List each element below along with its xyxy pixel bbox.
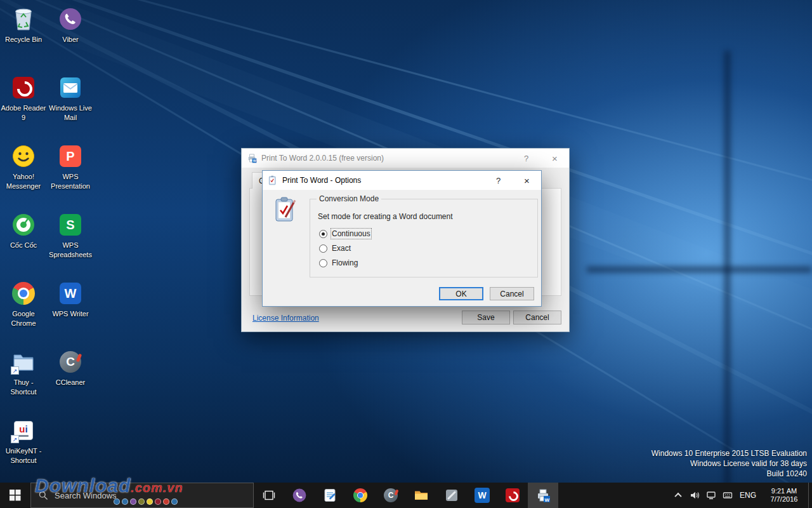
- print-to-word-icon: W: [535, 488, 551, 503]
- close-button[interactable]: ×: [513, 171, 541, 190]
- desktop-icon-label: WPS Spreadsheets: [48, 241, 93, 259]
- clipboard-pen-icon: [274, 196, 297, 225]
- word-icon: W: [475, 488, 490, 503]
- close-button[interactable]: ×: [540, 149, 569, 168]
- radio-label: Continuous: [332, 229, 370, 238]
- desktop-icon-label: CCleaner: [56, 378, 85, 387]
- desktop-icon-label: UniKeyNT - Shortcut: [1, 446, 46, 465]
- wps-presentation-icon: P: [58, 144, 83, 169]
- cancel-button[interactable]: Cancel: [490, 287, 534, 300]
- notepad-icon: [322, 488, 337, 503]
- taskbar-app-viber[interactable]: [284, 483, 315, 508]
- network-icon: [706, 490, 716, 500]
- folder-icon: ↗: [11, 349, 36, 375]
- taskbar-app-notepad[interactable]: [315, 483, 345, 508]
- touch-keyboard-button[interactable]: [719, 483, 736, 508]
- watermark-dot: [130, 498, 136, 505]
- adobe-reader-icon: [506, 488, 520, 502]
- desktop-icon-adobe-reader[interactable]: Adobe Reader 9: [0, 72, 47, 141]
- radio-flowing[interactable]: Flowing: [319, 258, 358, 268]
- desktop-icon-google-chrome[interactable]: Google Chrome: [0, 278, 47, 347]
- ccleaner-icon: C: [58, 349, 83, 375]
- radio-button-icon: [319, 244, 327, 253]
- desktop-icon-ccleaner[interactable]: C CCleaner: [47, 347, 94, 415]
- window-titlebar[interactable]: W Print To Word 2.0.0.15 (free version) …: [242, 149, 569, 168]
- help-button[interactable]: ?: [484, 171, 513, 190]
- system-tray: ENG 9:21 AM 7/7/2016: [670, 483, 812, 508]
- desktop-icons: Recycle Bin Adobe Reader 9 Yahoo! Messen…: [0, 4, 94, 484]
- show-hidden-icons-button[interactable]: [670, 483, 686, 508]
- taskbar-app-word[interactable]: W: [467, 483, 497, 508]
- desktop-icon-label: Google Chrome: [1, 309, 46, 328]
- taskbar-app-ccleaner[interactable]: C: [376, 483, 406, 508]
- ok-button[interactable]: OK: [439, 287, 483, 300]
- radio-button-icon: [319, 259, 327, 267]
- watermark-dot: [163, 498, 169, 505]
- desktop-icon-windows-live-mail[interactable]: Windows Live Mail: [47, 72, 94, 141]
- desktop-icon-recycle-bin[interactable]: Recycle Bin: [0, 4, 47, 72]
- yahoo-messenger-icon: [11, 144, 36, 169]
- show-desktop-button[interactable]: [808, 483, 812, 508]
- desktop-icon-wps-presentation[interactable]: P WPS Presentation: [47, 141, 94, 210]
- dialog-title: Print To Word - Options: [282, 176, 361, 185]
- desktop-icon-wps-writer[interactable]: W WPS Writer: [47, 278, 94, 347]
- taskbar-app-chrome[interactable]: [345, 483, 376, 508]
- shortcut-arrow-icon: ↗: [11, 366, 19, 375]
- options-dialog-icon: [268, 175, 278, 185]
- keyboard-icon: [723, 490, 733, 500]
- unikey-icon: ui ↗: [11, 418, 36, 443]
- date: 7/7/2016: [760, 495, 808, 504]
- watermark-text: Download: [35, 475, 131, 496]
- window-logo-horizontal-bar: [587, 267, 812, 272]
- save-button[interactable]: Save: [462, 311, 510, 324]
- radio-continuous[interactable]: Continuous: [319, 229, 370, 239]
- desktop-icon-coc-coc[interactable]: Cốc Cốc: [0, 210, 47, 278]
- print-to-word-icon: W: [247, 153, 257, 163]
- desktop-icon-label: WPS Presentation: [48, 172, 93, 190]
- radio-exact[interactable]: Exact: [319, 243, 351, 253]
- mail-icon: [58, 75, 83, 100]
- desktop-icon-label: Viber: [62, 35, 78, 44]
- windows-logo-icon: [10, 490, 21, 501]
- language-indicator[interactable]: ENG: [736, 491, 760, 500]
- taskbar-app-print-to-word[interactable]: W: [528, 483, 558, 508]
- taskbar-app-pen[interactable]: [436, 483, 467, 508]
- desktop-icon-viber[interactable]: Viber: [47, 4, 94, 72]
- desktop-icon-label: Yahoo! Messenger: [1, 172, 46, 190]
- window-title: Print To Word 2.0.0.15 (free version): [261, 154, 384, 163]
- desktop-icon-thuy-shortcut[interactable]: ↗ Thuy - Shortcut: [0, 347, 47, 415]
- clock[interactable]: 9:21 AM 7/7/2016: [760, 487, 808, 504]
- taskbar-app-file-explorer[interactable]: [406, 483, 436, 508]
- license-information-link[interactable]: License Information: [252, 314, 319, 323]
- desktop-icon-yahoo-messenger[interactable]: Yahoo! Messenger: [0, 141, 47, 210]
- taskbar-app-adobe-reader[interactable]: [497, 483, 528, 508]
- task-view-button[interactable]: [254, 483, 284, 508]
- eval-line: Windows 10 Enterprise 2015 LTSB Evaluati…: [652, 448, 807, 458]
- watermark-dot: [155, 498, 161, 505]
- options-dialog: Print To Word - Options ? × Conversion M…: [262, 170, 542, 307]
- groupbox-title: Conversion Mode: [317, 194, 381, 203]
- network-button[interactable]: [703, 483, 719, 508]
- wps-writer-icon: W: [58, 281, 83, 306]
- recycle-bin-icon: [11, 6, 36, 32]
- desktop-icon-unikey-shortcut[interactable]: ui ↗ UniKeyNT - Shortcut: [0, 415, 47, 484]
- cancel-button[interactable]: Cancel: [513, 311, 561, 324]
- watermark-dot: [147, 498, 153, 505]
- eval-line: Build 10240: [652, 469, 807, 479]
- desktop-icon-wps-spreadsheets[interactable]: S WPS Spreadsheets: [47, 210, 94, 278]
- watermark-dot: [122, 498, 128, 505]
- file-explorer-icon: [414, 488, 429, 503]
- volume-button[interactable]: [686, 483, 703, 508]
- radio-button-icon: [319, 230, 327, 238]
- desktop-icon-label: Adobe Reader 9: [1, 104, 46, 122]
- time: 9:21 AM: [760, 487, 808, 495]
- shortcut-arrow-icon: ↗: [11, 435, 19, 443]
- desktop-icon-label: Cốc Cốc: [10, 241, 37, 250]
- site-watermark: Download.com.vn: [35, 475, 183, 497]
- watermark-dots: [114, 498, 178, 505]
- windows-eval-watermark: Windows 10 Enterprise 2015 LTSB Evaluati…: [652, 448, 807, 479]
- help-button[interactable]: ?: [512, 149, 540, 168]
- radio-label: Flowing: [332, 258, 358, 267]
- start-button[interactable]: [0, 483, 30, 508]
- dialog-titlebar[interactable]: Print To Word - Options ? ×: [263, 171, 541, 190]
